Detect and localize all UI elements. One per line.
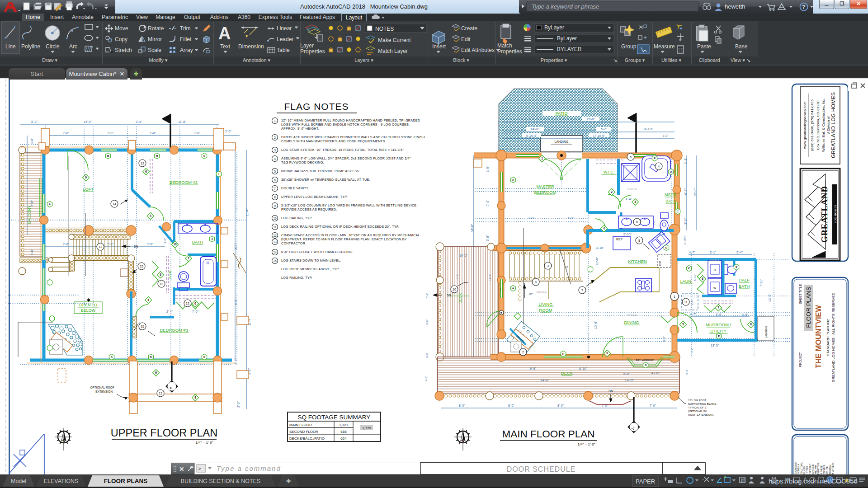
svg-text:Copy: Copy [115, 36, 127, 42]
svg-text:1,779: 1,779 [362, 426, 372, 430]
svg-text:BEDROOM: BEDROOM [534, 190, 556, 195]
svg-text:Text: Text [220, 43, 231, 50]
svg-text:Base: Base [735, 43, 748, 50]
svg-text:COMPLY WITH MANUFACTURER'S AND: COMPLY WITH MANUFACTURER'S AND CODE REQU… [281, 139, 386, 143]
svg-text:1-1/2: 1-1/2 [586, 333, 589, 339]
svg-text:LIVING: LIVING [538, 302, 552, 307]
svg-text:8: 8 [274, 196, 276, 199]
svg-text:Move: Move [115, 25, 128, 32]
svg-text:A Division of: A Division of [827, 117, 830, 134]
svg-text:C: C [203, 356, 206, 358]
svg-text:7'-0": 7'-0" [63, 131, 69, 135]
svg-text:1,121: 1,121 [339, 423, 349, 427]
svg-text:BATH: BATH [665, 199, 676, 203]
svg-text:6: 6 [155, 371, 157, 374]
svg-text:3'-3": 3'-3" [684, 158, 687, 164]
svg-text:THE MOUNTVIEW: THE MOUNTVIEW [814, 305, 822, 368]
svg-text:Paste: Paste [697, 43, 711, 50]
svg-text:15: 15 [273, 259, 277, 263]
svg-text:SECOND FLOOR: SECOND FLOOR [289, 430, 318, 434]
svg-text:Leader: Leader [277, 36, 293, 42]
svg-text:8'-6": 8'-6" [234, 299, 237, 305]
svg-text:3'-1": 3'-1" [710, 251, 716, 254]
svg-text:8'-0" HIGH CLOSET WITH FRAMED: 8'-0" HIGH CLOSET WITH FRAMED CEILING. [281, 250, 354, 254]
svg-text:14'-0": 14'-0" [84, 120, 92, 123]
svg-text:MAIN FLOOR: MAIN FLOOR [289, 423, 312, 427]
svg-text:www.greatlandloghomes.com: www.greatlandloghomes.com [803, 101, 807, 149]
svg-text:7'-0": 7'-0" [567, 216, 574, 220]
svg-text:✕: ✕ [179, 465, 184, 473]
svg-text:FLAG NOTES: FLAG NOTES [284, 101, 349, 112]
svg-text:12: 12 [159, 392, 162, 395]
svg-text:14'-0": 14'-0" [530, 127, 540, 131]
svg-text:LOG DECK RAILING OPTIONAL OR I: LOG DECK RAILING OPTIONAL OR IF DECK HEI… [281, 225, 399, 229]
svg-text:2: 2 [522, 351, 524, 354]
svg-text:Properties: Properties [300, 48, 325, 55]
svg-text:Polyline: Polyline [21, 43, 40, 50]
svg-text:H: H [562, 352, 564, 355]
svg-text:1: 1 [674, 295, 675, 298]
svg-text:?: ? [802, 4, 805, 10]
svg-text:Scale: Scale [148, 47, 161, 53]
svg-text:REF: REF [616, 238, 623, 241]
svg-text:M: M [156, 155, 158, 157]
svg-text:Type a keyword or phrase: Type a keyword or phrase [532, 3, 599, 10]
svg-text:4: 4 [150, 214, 151, 217]
svg-text:J: J [211, 238, 212, 240]
svg-text:Stretch: Stretch [115, 47, 132, 53]
svg-text:OPTIONAL ROOF: OPTIONAL ROOF [90, 386, 114, 389]
svg-text:MUDROOM /: MUDROOM / [706, 322, 731, 327]
svg-text:Williams Ent. & Constructors,: Williams Ent. & Constructors, Inc. [821, 99, 826, 152]
svg-text:CONTRACTOR.: CONTRACTOR. [281, 241, 306, 245]
svg-text:13'-0": 13'-0" [711, 344, 719, 347]
svg-text:PROJECT:: PROJECT: [799, 352, 802, 367]
svg-text:8'-0": 8'-0" [459, 404, 465, 407]
svg-text:7'-0": 7'-0" [192, 310, 198, 313]
svg-text:C: C [203, 155, 206, 157]
svg-text:ELEVATIONS: ELEVATIONS [44, 478, 79, 484]
svg-text:9: 9 [274, 204, 276, 207]
svg-text:FIREPLACE INSERT WITH FRAMED P: FIREPLACE INSERT WITH FRAMED PERIMETER W… [281, 135, 426, 139]
svg-text:SINGLE: SINGLE [627, 314, 637, 316]
svg-text:12: 12 [273, 234, 277, 237]
svg-text:>_: >_ [198, 466, 204, 471]
svg-text:BEDROOM #3: BEDROOM #3 [160, 328, 188, 333]
svg-text:LOG STAIR SYSTEM. 10" TREADS.: LOG STAIR SYSTEM. 10" TREADS. 15 RISES T… [281, 148, 404, 152]
svg-text:F: F [718, 335, 720, 338]
svg-text:5: 5 [630, 155, 632, 159]
svg-text:KITCHEN: KITCHEN [628, 259, 647, 264]
svg-text:Array: Array [180, 47, 193, 53]
svg-text:UTILITY: UTILITY [710, 328, 726, 333]
svg-text:LOG HOMES: LOG HOMES [834, 205, 837, 224]
svg-text:PROVIDE ACCESS AS REQUIRED.: PROVIDE ACCESS AS REQUIRED. [281, 207, 337, 211]
svg-text:E: E [736, 266, 737, 268]
svg-text:SINGLE: SINGLE [627, 188, 637, 191]
svg-text:DW: DW [659, 261, 661, 266]
svg-text:5'-2": 5'-2" [601, 127, 607, 131]
svg-text:Edit Attributes: Edit Attributes [461, 47, 495, 53]
svg-text:DECK: DECK [458, 293, 462, 304]
svg-text:CRAWLSPACE ACCESS IN FLOOR - M: CRAWLSPACE ACCESS IN FLOOR - MIN. 30"x30… [281, 233, 420, 237]
svg-text:3'-0": 3'-0" [486, 235, 489, 241]
svg-text:8: 8 [750, 323, 752, 326]
svg-text:Linear: Linear [277, 25, 292, 32]
svg-text:8'-0": 8'-0" [557, 404, 564, 407]
svg-text:ASSUMING 9'-0" LOG WALL, 3/4": ASSUMING 9'-0" LOG WALL, 3/4" SPACER, 2x… [281, 156, 411, 160]
svg-text:2: 2 [274, 136, 276, 139]
svg-text:14: 14 [113, 202, 116, 206]
svg-text:3: 3 [547, 264, 549, 267]
svg-text:DN: DN [609, 389, 613, 393]
svg-text:6'-0": 6'-0" [426, 352, 429, 358]
svg-text:LANDING: LANDING [554, 140, 568, 143]
svg-text:T&G PLYWOOD DECKING.: T&G PLYWOOD DECKING. [281, 160, 324, 164]
svg-text:7: 7 [274, 187, 276, 190]
svg-text:UPPER FLOOR PLAN: UPPER FLOOR PLAN [111, 427, 217, 439]
svg-text:3'-3": 3'-3" [684, 218, 687, 225]
svg-text:6'-8": 6'-8" [426, 319, 429, 325]
svg-text:6'-0": 6'-0" [685, 369, 688, 375]
svg-text:BATH: BATH [192, 239, 203, 244]
svg-text:SHEET TITLE:: SHEET TITLE: [799, 283, 802, 304]
svg-text:6: 6 [160, 273, 161, 276]
svg-text:Properties: Properties [497, 48, 522, 55]
svg-text:7'-0": 7'-0" [107, 131, 113, 135]
